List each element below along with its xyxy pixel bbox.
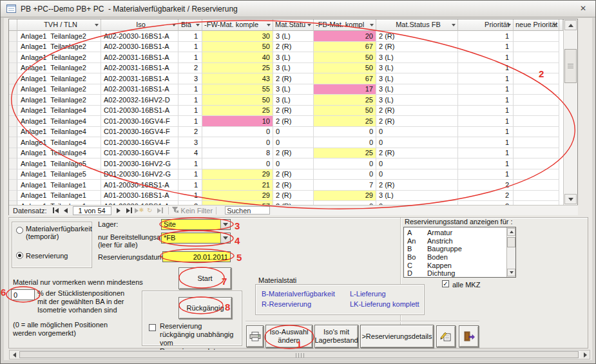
cell-mat-status-fb[interactable]: 3 (L) [376, 191, 458, 202]
cell-tvh-tln[interactable]: Anlage1 Teilanlage2 [17, 63, 101, 74]
combo-dropdown-icon[interactable] [220, 220, 230, 229]
column-header-bla[interactable]: Bla [178, 19, 202, 31]
cell-mat-status-fb[interactable]: 3 (L) [376, 73, 458, 84]
print-button[interactable] [246, 325, 264, 347]
cell-iso[interactable]: A02-20031-16BS1-A [101, 52, 178, 63]
mkz-list-item[interactable]: CKappen [404, 262, 506, 270]
table-row[interactable]: Anlage1 Teilanlage4C01-20030-16BS1-A1252… [9, 106, 563, 117]
cell-bla[interactable]: 1 [178, 180, 202, 191]
first-record-button[interactable] [51, 206, 61, 215]
percent-input[interactable] [11, 289, 35, 300]
cell-tvh-tln[interactable]: Anlage1 Teilanlage4 [17, 148, 101, 159]
cell-iso[interactable]: D01-20030-16HV2-G [101, 169, 178, 180]
cell-mat-status[interactable]: 2 (R) [273, 169, 314, 180]
iso-auswahl-aendern-button[interactable]: Iso-Auswahl ändern [265, 325, 312, 348]
cell-mat-status-fb[interactable]: 2 (R) [376, 31, 458, 42]
cell-fw-mat[interactable]: 25 [202, 63, 273, 74]
record-selector[interactable] [9, 180, 17, 191]
table-row[interactable]: Anlage1 Teilanlage2A02-20032-16HV2-D1503… [9, 95, 563, 106]
mkz-list-item[interactable]: BBaugruppe [404, 245, 506, 253]
cell-bla[interactable]: 1 [178, 191, 202, 202]
cell-bla[interactable]: 1 [178, 169, 202, 180]
reservierungsdetails-button[interactable]: >Reservierungsdetails [360, 325, 434, 348]
record-selector[interactable] [9, 42, 17, 53]
cell-tvh-tln[interactable]: Anlage1 Teilanlage1 [17, 191, 101, 202]
vertical-scrollbar-thumb[interactable] [564, 49, 577, 83]
table-row[interactable]: Anlage1 Teilanlage1A01-20030-16BS1-A1292… [9, 191, 563, 202]
cell-mat-status-fb[interactable]: 3 (L) [376, 95, 458, 106]
search-input[interactable] [225, 206, 270, 215]
cell-neue-prioritaet[interactable] [514, 73, 559, 84]
cell-tvh-tln[interactable]: Anlage1 Teilanlage4 [17, 127, 101, 138]
cell-tvh-tln[interactable]: Anlage1 Teilanlage4 [17, 106, 101, 117]
cell-neue-prioritaet[interactable] [514, 52, 559, 63]
cell-neue-prioritaet[interactable] [514, 95, 559, 106]
cell-bla[interactable]: 1 [178, 31, 202, 42]
last-record-button[interactable] [124, 206, 134, 215]
radio-reservierung[interactable] [16, 252, 23, 259]
cell-neue-prioritaet[interactable] [514, 42, 559, 53]
cell-prioritaet[interactable]: 1 [458, 42, 514, 53]
cell-neue-prioritaet[interactable] [514, 158, 559, 169]
column-header-fw-mat[interactable]: -FW-Mat. komple [202, 19, 273, 31]
column-dropdown-icon[interactable] [553, 24, 557, 26]
column-header-tvh-tln[interactable]: TVH / TLN [17, 19, 101, 31]
column-dropdown-icon[interactable] [307, 24, 311, 26]
cell-mat-status-fb[interactable]: 2 (R) [376, 180, 458, 191]
cell-mat-status[interactable]: 0 [273, 137, 314, 148]
details-edit-button[interactable] [436, 325, 456, 347]
isos-mit-lagerbestand-button[interactable]: Iso's mit Lagerbestand [314, 325, 358, 348]
previous-record-button[interactable] [61, 206, 71, 215]
cell-prioritaet[interactable]: 1 [458, 63, 514, 74]
cell-neue-prioritaet[interactable] [514, 191, 559, 202]
scroll-down-icon[interactable] [564, 194, 577, 204]
cell-iso[interactable]: A02-20030-16BS1-A [101, 31, 178, 42]
reservierungsdatum-field[interactable] [162, 251, 231, 262]
column-dropdown-icon[interactable] [172, 24, 176, 26]
record-selector[interactable] [9, 106, 17, 117]
table-row[interactable]: Anlage1 Teilanlage5D01-20030-16HV2-G1000… [9, 158, 563, 169]
cell-prioritaet[interactable]: 1 [458, 73, 514, 84]
rueckgaengig-checkbox[interactable] [149, 324, 156, 331]
cell-iso[interactable]: C01-20030-16GV4-F [101, 148, 178, 159]
cell-iso[interactable]: A01-20030-16BS1-A [101, 191, 178, 202]
cell-mat-status-fb[interactable]: 2 (R) [376, 116, 458, 127]
goto-last-icon[interactable] [155, 206, 165, 215]
cell-mat-status-fb[interactable]: 2 (R) [376, 106, 458, 117]
cell-iso[interactable]: A02-20030-16BS1-A [101, 42, 178, 53]
cell-fw-mat[interactable]: 29 [202, 169, 273, 180]
cell-prioritaet[interactable]: 1 [458, 127, 514, 138]
table-vertical-scrollbar[interactable] [563, 19, 577, 205]
cell-iso[interactable]: C01-20030-16BS1-A [101, 106, 178, 117]
table-row[interactable]: Anlage1 Teilanlage4C01-20030-16GV4-F1102… [9, 116, 563, 127]
cell-mat-status-fb[interactable]: 0 [376, 137, 458, 148]
cell-prioritaet[interactable]: 1 [458, 52, 514, 63]
cell-prioritaet[interactable]: 2 [458, 191, 514, 202]
cell-mat-status-fb[interactable]: 0 [376, 169, 458, 180]
cell-prioritaet[interactable]: 1 [458, 137, 514, 148]
cell-neue-prioritaet[interactable] [514, 127, 559, 138]
cell-prioritaet[interactable]: 1 [458, 31, 514, 42]
cell-fw-mat[interactable]: 25 [202, 106, 273, 117]
cell-bla[interactable]: 1 [178, 42, 202, 53]
record-selector[interactable] [9, 95, 17, 106]
cell-mat-status[interactable]: 2 (R) [273, 106, 314, 117]
cell-bla[interactable]: 1 [178, 116, 202, 127]
table-row[interactable]: Anlage1 Teilanlage4C01-20030-16GV4-F3000… [9, 137, 563, 148]
cell-mat-status[interactable]: 2 (R) [273, 42, 314, 53]
cell-mat-status[interactable]: 0 [273, 158, 314, 169]
record-selector[interactable] [9, 169, 17, 180]
cell-mat-status[interactable]: 2 (R) [273, 73, 314, 84]
record-selector[interactable] [9, 127, 17, 138]
cell-fb-mat[interactable]: 50 [314, 106, 376, 117]
mkz-list-item[interactable]: AArmatur [404, 229, 506, 237]
cell-mat-status[interactable]: 3 (L) [273, 63, 314, 74]
cell-bla[interactable]: 1 [178, 158, 202, 169]
close-icon[interactable]: ✕ [578, 3, 588, 14]
cell-fb-mat[interactable]: 25 [314, 95, 376, 106]
cell-fb-mat[interactable]: 0 [314, 127, 376, 138]
cell-fb-mat[interactable]: 50 [314, 52, 376, 63]
table-row[interactable]: Anlage1 Teilanlage2A02-20031-16BS1-A1403… [9, 52, 563, 63]
cell-mat-status[interactable]: 3 (L) [273, 52, 314, 63]
cell-prioritaet[interactable]: 1 [458, 158, 514, 169]
